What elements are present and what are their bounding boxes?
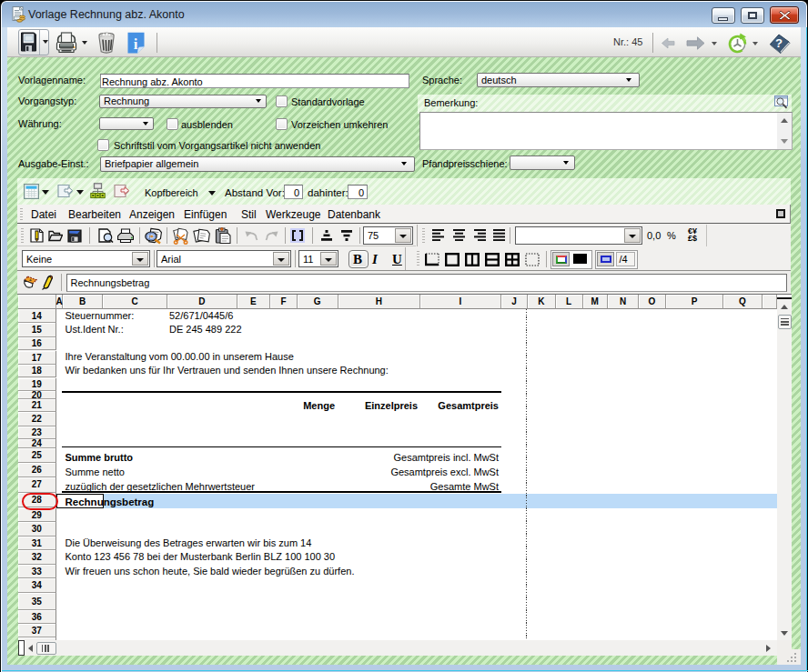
svg-text:?: ? bbox=[775, 36, 783, 50]
svg-text:i: i bbox=[134, 35, 138, 53]
